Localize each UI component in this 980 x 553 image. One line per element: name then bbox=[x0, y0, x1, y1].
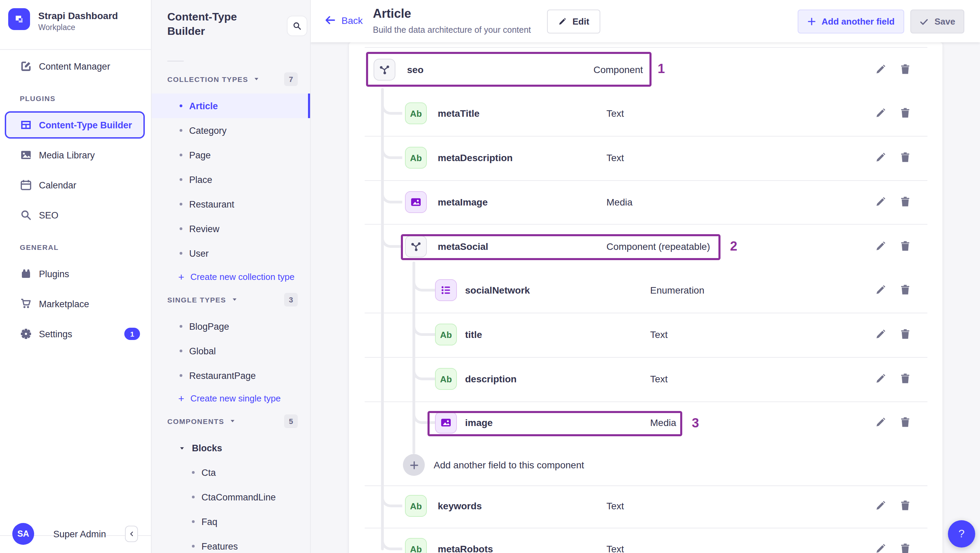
delete-field-button[interactable] bbox=[899, 500, 911, 512]
sidebar-item-plugins[interactable]: Plugins bbox=[0, 262, 151, 286]
sidebar-item-settings[interactable]: Settings1 bbox=[0, 321, 151, 346]
edit-field-button[interactable] bbox=[875, 543, 886, 553]
delete-field-button[interactable] bbox=[899, 543, 911, 553]
type-item-category[interactable]: Category bbox=[151, 118, 310, 143]
component-item-faq[interactable]: Faq bbox=[151, 509, 310, 534]
field-type-label: Component bbox=[593, 48, 643, 92]
bullet-icon bbox=[180, 325, 182, 328]
annotation-number: 3 bbox=[692, 415, 699, 431]
trash-icon bbox=[899, 284, 911, 296]
delete-field-button[interactable] bbox=[899, 416, 911, 428]
add-another-field-button[interactable]: Add another field bbox=[798, 10, 904, 33]
edit-field-button[interactable] bbox=[875, 416, 886, 428]
edit-field-button[interactable] bbox=[875, 196, 886, 208]
sidebar-item-label: Plugins bbox=[39, 269, 69, 279]
section-header-single-types[interactable]: SINGLE TYPES bbox=[167, 291, 238, 308]
type-item-place[interactable]: Place bbox=[151, 167, 310, 192]
type-item-label: RestaurantPage bbox=[189, 370, 256, 381]
layout-grid-icon bbox=[20, 119, 32, 131]
sidebar-item-content-type-builder[interactable]: Content-Type Builder bbox=[5, 111, 145, 138]
delete-field-button[interactable] bbox=[899, 240, 911, 252]
delete-field-button[interactable] bbox=[899, 284, 911, 296]
component-item-features[interactable]: Features bbox=[151, 534, 310, 553]
collapse-sidebar-button[interactable] bbox=[125, 526, 138, 542]
type-item-blogpage[interactable]: BlogPage bbox=[151, 314, 310, 338]
component-item-cta[interactable]: Cta bbox=[151, 460, 310, 485]
search-icon bbox=[292, 21, 302, 31]
caret-down-icon bbox=[231, 296, 238, 303]
component-item-ctacommandline[interactable]: CtaCommandLine bbox=[151, 485, 310, 509]
create-link[interactable]: +Create new single type bbox=[151, 388, 310, 408]
delete-field-button[interactable] bbox=[899, 196, 911, 208]
enum-icon bbox=[440, 284, 452, 296]
save-button[interactable]: Save bbox=[910, 10, 964, 33]
edit-field-button[interactable] bbox=[875, 152, 886, 163]
sidebar-item-media-library[interactable]: Media Library bbox=[0, 143, 151, 167]
delete-field-button[interactable] bbox=[899, 152, 911, 163]
sidebar-item-calendar[interactable]: Calendar bbox=[0, 173, 151, 197]
trash-icon bbox=[899, 416, 911, 428]
delete-field-button[interactable] bbox=[899, 328, 911, 340]
edit-field-button[interactable] bbox=[875, 500, 886, 512]
field-type-text-icon: Ab bbox=[405, 102, 427, 124]
edit-field-button[interactable] bbox=[875, 64, 886, 75]
search-button[interactable] bbox=[287, 16, 307, 36]
field-row-metaImage: metaImageMedia bbox=[349, 180, 942, 224]
caret-down-icon bbox=[253, 73, 261, 85]
field-name: metaDescription bbox=[438, 136, 512, 180]
field-row-socialNetwork: socialNetworkEnumeration bbox=[349, 268, 942, 312]
section-count-badge: 5 bbox=[284, 415, 298, 428]
edit-field-button[interactable] bbox=[875, 107, 886, 119]
type-item-global[interactable]: Global bbox=[151, 338, 310, 363]
sidebar-item-label: Settings bbox=[39, 329, 72, 339]
bullet-icon bbox=[192, 496, 195, 498]
pencil-icon bbox=[875, 543, 886, 553]
type-item-restaurantpage[interactable]: RestaurantPage bbox=[151, 363, 310, 388]
bullet-icon bbox=[180, 129, 182, 132]
nav-section-title: GENERAL bbox=[20, 243, 59, 251]
field-type-text-icon: Ab bbox=[405, 147, 427, 168]
create-link[interactable]: +Create new collection type bbox=[151, 266, 310, 287]
type-item-review[interactable]: Review bbox=[151, 216, 310, 241]
calendar-icon bbox=[20, 179, 32, 191]
help-button[interactable]: ? bbox=[948, 520, 975, 548]
row-actions bbox=[875, 107, 911, 119]
puzzle-icon bbox=[20, 268, 32, 280]
component-group-blocks[interactable]: Blocks bbox=[151, 437, 310, 459]
delete-field-button[interactable] bbox=[899, 373, 911, 385]
sidebar-item-label: Media Library bbox=[39, 150, 95, 160]
field-type-label: Media bbox=[650, 401, 676, 445]
row-actions bbox=[875, 543, 911, 553]
sidebar-item-content-manager[interactable]: Content Manager bbox=[0, 54, 151, 78]
section-header-components[interactable]: COMPONENTS bbox=[167, 413, 237, 429]
plus-circle-icon bbox=[403, 454, 425, 476]
edit-field-button[interactable] bbox=[875, 328, 886, 340]
delete-field-button[interactable] bbox=[899, 107, 911, 119]
add-field-to-component-button[interactable]: Add another field to this component bbox=[403, 454, 584, 476]
sidebar-item-label: Calendar bbox=[39, 180, 76, 190]
sidebar-item-marketplace[interactable]: Marketplace bbox=[0, 291, 151, 316]
sidebar-item-label: Content-Type Builder bbox=[39, 120, 132, 130]
edit-field-button[interactable] bbox=[875, 373, 886, 385]
type-item-restaurant[interactable]: Restaurant bbox=[151, 192, 310, 216]
type-item-user[interactable]: User bbox=[151, 241, 310, 265]
pencil-icon bbox=[875, 284, 886, 296]
section-header-collection-types[interactable]: COLLECTION TYPES bbox=[167, 71, 261, 87]
sidebar-item-seo[interactable]: SEO bbox=[0, 203, 151, 227]
create-link-label: Create new single type bbox=[191, 393, 281, 403]
field-type-text-icon: Ab bbox=[405, 495, 427, 517]
caret-down-icon bbox=[178, 444, 186, 451]
edit-button[interactable]: Edit bbox=[547, 10, 600, 33]
type-item-article[interactable]: Article bbox=[151, 94, 310, 118]
delete-field-button[interactable] bbox=[899, 64, 911, 75]
puzzle-icon bbox=[20, 268, 32, 280]
edit-field-button[interactable] bbox=[875, 284, 886, 296]
media-icon bbox=[410, 196, 422, 208]
type-item-label: User bbox=[189, 248, 208, 258]
sidebar-item-label: Content Manager bbox=[39, 61, 110, 72]
field-name: image bbox=[465, 401, 493, 445]
edit-label: Edit bbox=[572, 16, 589, 27]
edit-field-button[interactable] bbox=[875, 240, 886, 252]
back-link[interactable]: Back bbox=[325, 14, 363, 26]
type-item-page[interactable]: Page bbox=[151, 143, 310, 167]
